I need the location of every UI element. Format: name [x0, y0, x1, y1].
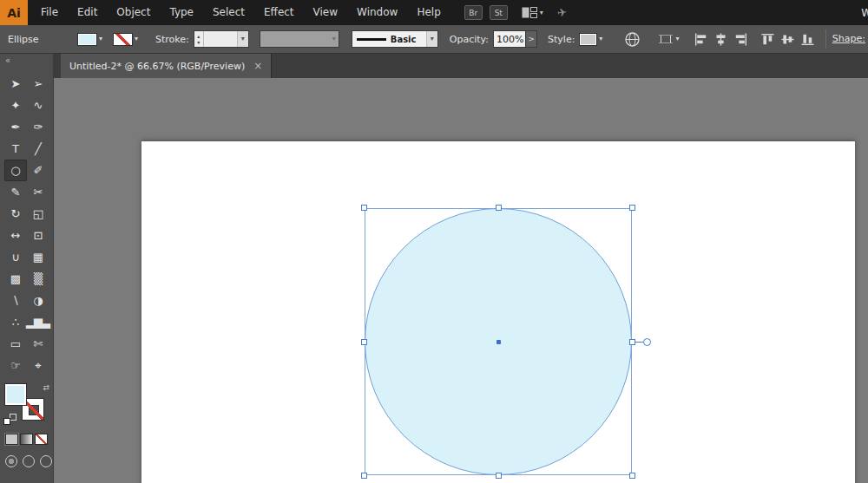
ellipse-tool[interactable]: ○ [4, 160, 27, 181]
menu-view[interactable]: View [304, 0, 347, 25]
stroke-color-control[interactable]: ▾ [113, 33, 138, 46]
handle-bottom-center[interactable] [496, 473, 502, 479]
vertical-align-bottom-button[interactable] [799, 31, 815, 47]
draw-normal-button[interactable] [5, 455, 17, 467]
shape-link[interactable]: Shape: [832, 25, 865, 53]
rotate-tool[interactable]: ↻ [4, 203, 27, 225]
menu-edit[interactable]: Edit [68, 0, 107, 25]
draw-inside-button[interactable] [40, 455, 52, 467]
artboard-tool[interactable]: ▭ [4, 333, 27, 355]
handle-middle-left[interactable] [361, 339, 367, 345]
curvature-tool[interactable]: ✑ [27, 116, 49, 138]
perspective-grid-tool[interactable]: ▦ [27, 246, 49, 268]
default-fill-mini [3, 418, 10, 425]
collapse-panel-button[interactable]: « [0, 54, 53, 69]
chevron-down-icon[interactable]: ▾ [599, 36, 602, 42]
free-transform-tool[interactable]: ⊡ [27, 225, 49, 246]
symbol-sprayer-tool[interactable]: ∴ [4, 311, 27, 333]
arrange-documents-button[interactable]: ▾ [522, 7, 543, 18]
lasso-tool[interactable]: ∿ [27, 95, 49, 116]
handle-bottom-left[interactable] [361, 473, 367, 479]
type-tool[interactable]: T [4, 138, 27, 160]
fill-color-swatch[interactable] [77, 33, 97, 46]
direct-selection-tool[interactable]: ➢ [27, 73, 49, 95]
canvas-area[interactable] [54, 78, 868, 483]
chevron-down-icon[interactable]: ▾ [99, 36, 102, 42]
vertical-align-center-button[interactable] [779, 31, 795, 47]
shape-builder-tool[interactable]: ∪ [4, 246, 27, 268]
horizontal-align-center-button[interactable] [713, 31, 728, 47]
center-anchor-point[interactable] [496, 340, 501, 344]
horizontal-align-left-button[interactable] [693, 31, 708, 47]
gradient-tool[interactable]: ▒ [27, 268, 49, 290]
swap-fill-stroke-icon[interactable]: ⇄ [43, 383, 49, 392]
opacity-panel-button[interactable]: > [526, 30, 537, 48]
handle-bottom-right[interactable] [629, 473, 635, 479]
stroke-none-swatch[interactable] [113, 33, 133, 46]
brush-definition-dropdown[interactable]: ▾ [260, 30, 339, 48]
fill-swatch[interactable] [4, 383, 27, 406]
menu-effect[interactable]: Effect [254, 0, 304, 25]
variable-width-profile-dropdown[interactable]: Basic ▾ [352, 30, 438, 48]
menu-type[interactable]: Type [160, 0, 203, 25]
paintbrush-tool-icon: ✐ [34, 164, 43, 177]
ellipse-tool-icon: ○ [10, 164, 19, 177]
recolor-artwork-button[interactable] [625, 32, 640, 47]
graphic-style-control[interactable]: ▾ [575, 33, 602, 46]
menu-object[interactable]: Object [107, 0, 160, 25]
menu-file[interactable]: File [31, 0, 68, 25]
menu-select[interactable]: Select [203, 0, 254, 25]
chevron-down-icon[interactable]: ▾ [135, 36, 138, 42]
bridge-button[interactable]: Br [464, 5, 483, 20]
hand-tool[interactable]: ☞ [4, 355, 27, 376]
paintbrush-tool[interactable]: ✐ [27, 160, 49, 181]
none-button[interactable] [35, 434, 48, 445]
document-tab[interactable]: Untitled-2* @ 66.67% (RGB/Preview) × [61, 54, 272, 78]
stroke-weight-value[interactable] [204, 31, 237, 47]
symbol-sprayer-tool-icon: ∴ [12, 316, 18, 329]
width-tool[interactable]: ↔ [4, 225, 27, 246]
default-fill-stroke-icon[interactable] [3, 414, 16, 425]
handle-middle-right[interactable] [629, 339, 635, 345]
handle-top-right[interactable] [629, 205, 635, 211]
draw-behind-button[interactable] [23, 455, 35, 467]
stroke-weight-stepper[interactable]: ▴ ▾ [194, 31, 204, 47]
fill-color-control[interactable]: ▾ [77, 33, 102, 46]
graphic-style-swatch[interactable] [579, 33, 597, 46]
zoom-tool[interactable]: ⌖ [27, 355, 49, 376]
horizontal-align-group [693, 31, 748, 47]
pen-tool[interactable]: ✒ [4, 116, 27, 138]
column-graph-tool[interactable]: ▂▆▃ [27, 311, 49, 333]
mesh-tool[interactable]: ▩ [4, 268, 27, 290]
menu-window[interactable]: Window [347, 0, 407, 25]
scale-tool[interactable]: ◱ [27, 203, 49, 225]
stepper-down-icon[interactable]: ▾ [197, 39, 200, 45]
color-button[interactable] [5, 434, 18, 445]
shape-widget-icon[interactable] [643, 338, 651, 346]
close-icon[interactable]: × [253, 60, 262, 72]
vertical-align-group [760, 31, 815, 47]
stock-button[interactable]: St [490, 5, 508, 20]
share-icon[interactable]: ✈ [556, 5, 568, 19]
chevron-down-icon: ▾ [431, 36, 434, 42]
menu-help[interactable]: Help [407, 0, 450, 25]
stroke-weight-dropdown[interactable]: ▾ [237, 31, 248, 47]
slice-tool[interactable]: ✄ [27, 333, 49, 355]
gradient-button[interactable] [20, 434, 33, 445]
stroke-profile-chevron[interactable]: ▾ [426, 31, 437, 47]
vertical-align-top-button[interactable] [760, 31, 775, 47]
handle-top-center[interactable] [496, 205, 502, 211]
horizontal-align-right-button[interactable] [733, 31, 748, 47]
scissors-tool[interactable]: ✂ [27, 181, 49, 203]
blend-tool[interactable]: ◑ [27, 290, 49, 311]
stepper-up-icon[interactable]: ▴ [197, 33, 200, 39]
handle-top-left[interactable] [361, 205, 367, 211]
shaper-tool[interactable]: ✎ [4, 181, 27, 203]
magic-wand-tool[interactable]: ✦ [4, 95, 27, 116]
line-segment-tool[interactable]: ╱ [27, 138, 49, 160]
selection-tool[interactable]: ➤ [4, 73, 27, 95]
stroke-weight-input[interactable]: ▴ ▾ ▾ [194, 30, 249, 48]
opacity-input[interactable]: 100% [493, 30, 526, 48]
align-to-dropdown[interactable]: ▾ [659, 33, 679, 45]
eyedropper-tool[interactable]: ∖ [4, 290, 27, 311]
